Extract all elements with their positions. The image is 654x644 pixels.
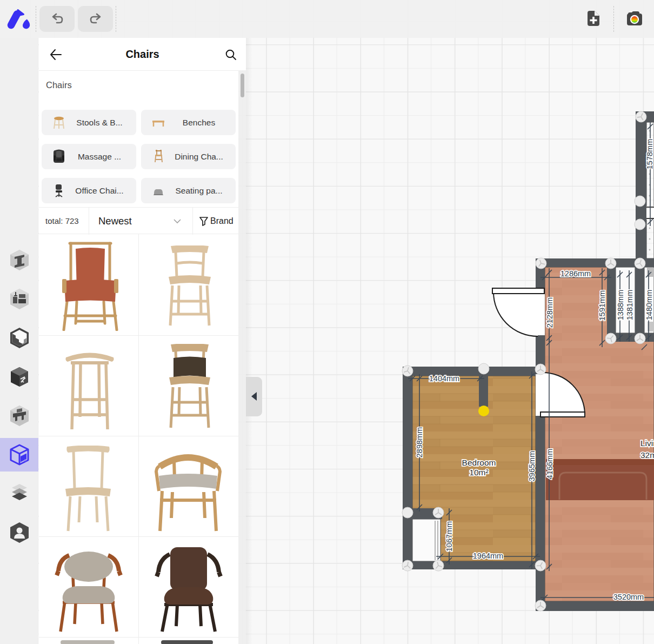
svg-text:Living roo: Living roo bbox=[640, 439, 654, 448]
svg-text:3965mm: 3965mm bbox=[528, 451, 536, 481]
svg-text:1964mm: 1964mm bbox=[473, 552, 503, 560]
svg-text:1067mm: 1067mm bbox=[445, 521, 453, 552]
svg-text:32m²: 32m² bbox=[640, 450, 654, 460]
svg-text:1591mm: 1591mm bbox=[598, 290, 606, 321]
svg-text:10m²: 10m² bbox=[469, 468, 488, 477]
svg-text:1388mm: 1388mm bbox=[616, 290, 625, 320]
svg-text:4166mm: 4166mm bbox=[545, 449, 554, 479]
svg-text:1404mm: 1404mm bbox=[429, 374, 459, 383]
svg-text:1286mm: 1286mm bbox=[560, 269, 591, 278]
svg-text:1578mm: 1578mm bbox=[645, 139, 654, 169]
svg-text:Bedroom: Bedroom bbox=[462, 458, 496, 467]
svg-text:1480mm: 1480mm bbox=[645, 290, 653, 320]
svg-text:1381mm: 1381mm bbox=[625, 290, 634, 320]
svg-text:2128mm: 2128mm bbox=[545, 297, 554, 328]
svg-text:3520mm: 3520mm bbox=[613, 593, 644, 601]
svg-text:2898mm: 2898mm bbox=[415, 427, 424, 457]
